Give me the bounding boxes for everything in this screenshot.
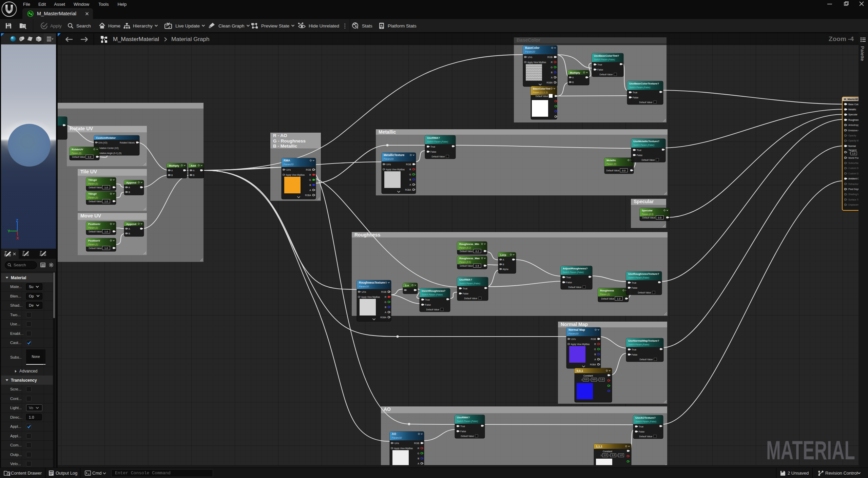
svg-text:0,0,1: 0,0,1	[577, 369, 583, 372]
svg-text:UseNormalMapTexture?: UseNormalMapTexture?	[628, 339, 659, 342]
svg-text:Default Value: Default Value	[89, 247, 102, 249]
svg-text:B: B	[551, 71, 553, 74]
svg-text:Param2D: Param2D	[392, 437, 402, 439]
svg-text:RGBA: RGBA	[380, 316, 387, 319]
svg-text:R: R	[309, 174, 311, 176]
svg-text:RGB: RGB	[381, 291, 387, 293]
svg-text:A: A	[503, 259, 504, 261]
svg-text:RGB: RGB	[547, 56, 553, 58]
svg-text:False: False	[430, 151, 436, 153]
svg-text:Constant: Constant	[583, 375, 593, 377]
svg-text:Pixel Depth Off: Pixel Depth Off	[848, 188, 859, 191]
svg-text:True: True	[637, 149, 641, 151]
svg-text:Switch Param (False): Switch Param (False)	[563, 271, 584, 274]
svg-text:M_MasterM: M_MasterM	[844, 98, 858, 101]
svg-text:RGBA: RGBA	[590, 363, 596, 366]
svg-text:Ambient Occlus: Ambient Occlus	[848, 177, 859, 180]
svg-text:Y: Y	[7, 229, 10, 233]
svg-text:UVs: UVs	[362, 291, 366, 293]
svg-text:1.0: 1.0	[617, 297, 620, 300]
svg-text:Apply View MipBias: Apply View MipBias	[394, 447, 413, 450]
svg-text:Specular: Specular	[634, 199, 654, 204]
svg-text:Param (0.5): Param (0.5)	[459, 261, 471, 264]
svg-text:X: X	[581, 379, 583, 381]
svg-text:TilingV: TilingV	[88, 192, 97, 195]
svg-text:1.0: 1.0	[603, 454, 607, 456]
svg-text:1.0: 1.0	[104, 186, 108, 189]
svg-text:R: R	[594, 343, 596, 345]
svg-text:Anisotropy: Anisotropy	[848, 124, 859, 127]
svg-text:R: R	[409, 168, 411, 171]
svg-text:A: A	[418, 462, 419, 465]
svg-text:UseMetallicTexture?: UseMetallicTexture?	[633, 140, 659, 143]
svg-text:Switch Param (False): Switch Param (False)	[594, 58, 615, 61]
svg-text:A: A	[309, 189, 311, 191]
svg-text:Default Value: Default Value	[464, 297, 477, 300]
svg-text:Default Value: Default Value	[89, 230, 102, 233]
svg-text:A: A	[594, 358, 596, 361]
svg-text:0.0: 0.0	[88, 155, 91, 158]
svg-text:Param (0.2): Param (0.2)	[459, 247, 471, 249]
svg-text:G: G	[409, 173, 411, 176]
svg-text:Param2D: Param2D	[525, 51, 535, 53]
svg-text:Default Value: Default Value	[72, 156, 85, 158]
svg-text:Default Value: Default Value	[641, 159, 655, 161]
svg-text:Apply View MipBias: Apply View MipBias	[571, 343, 590, 346]
svg-text:Switch Param (False): Switch Param (False)	[457, 420, 478, 423]
svg-text:G: G	[594, 348, 596, 350]
svg-text:False: False	[639, 431, 644, 433]
svg-text:Switch Param (False): Switch Param (False)	[635, 420, 656, 423]
svg-text:AO: AO	[384, 406, 391, 412]
svg-text:Metallic: Metallic	[606, 159, 616, 162]
svg-text:Metallic: Metallic	[848, 108, 856, 111]
svg-text:True: True	[639, 425, 643, 428]
svg-text:RGBA: RGBA	[305, 194, 311, 196]
svg-text:0.0: 0.0	[592, 378, 596, 381]
svg-text:False: False	[637, 154, 642, 156]
svg-text:Default Value: Default Value	[460, 250, 473, 252]
svg-text:Shading Model: Shading Model	[848, 193, 859, 196]
svg-text:Param2D: Param2D	[568, 332, 579, 335]
svg-text:G: G	[551, 66, 553, 69]
svg-text:RGBA: RGBA	[546, 81, 553, 84]
svg-text:Param (1): Param (1)	[88, 196, 98, 199]
svg-text:Base Color: Base Color	[848, 103, 859, 106]
svg-text:Rotated Values: Rotated Values	[120, 141, 135, 144]
svg-text:B: B	[309, 184, 311, 186]
svg-text:RGB: RGB	[591, 338, 596, 340]
svg-text:B: B	[129, 191, 130, 193]
svg-text:World Position: World Position	[848, 157, 859, 159]
svg-text:1-x: 1-x	[405, 284, 409, 287]
svg-text:UseBaseColorTexture?: UseBaseColorTexture?	[629, 82, 659, 85]
svg-text:B: B	[385, 306, 386, 308]
svg-text:Rotate UV: Rotate UV	[70, 126, 93, 131]
svg-text:Switch Param (False): Switch Param (False)	[628, 343, 649, 346]
svg-text:Switch Param (False): Switch Param (False)	[422, 293, 443, 296]
svg-text:Z: Z	[617, 454, 618, 457]
svg-text:Custom Data 1: Custom Data 1	[848, 172, 859, 175]
svg-text:Param (1): Param (1)	[88, 183, 98, 185]
svg-text:0.0: 0.0	[622, 169, 625, 172]
svg-text:A: A	[193, 169, 195, 172]
svg-text:UVs: UVs	[386, 163, 391, 166]
svg-text:R: R	[551, 61, 553, 63]
svg-text:X: X	[600, 454, 602, 457]
svg-text:Default Value: Default Value	[536, 95, 548, 97]
svg-text:Alpha: Alpha	[503, 268, 508, 271]
svg-text:0.5: 0.5	[476, 264, 479, 267]
svg-text:Tangent: Tangent	[848, 149, 856, 152]
svg-text:True: True	[460, 425, 465, 427]
svg-text:Param2D: Param2D	[359, 285, 369, 288]
svg-text:Specular: Specular	[848, 113, 858, 116]
svg-text:Y: Y	[589, 379, 591, 381]
svg-text:RGB: RGB	[414, 442, 420, 444]
svg-text:Default Value: Default Value	[460, 265, 473, 267]
svg-text:B: B	[503, 263, 504, 266]
svg-text:True: True	[632, 348, 636, 351]
svg-text:Param (0): Param (0)	[72, 152, 81, 155]
svg-text:UseRMA?: UseRMA?	[459, 278, 472, 281]
svg-text:Default Value: Default Value	[89, 200, 102, 203]
svg-text:InvertRoughness?: InvertRoughness?	[422, 289, 445, 292]
svg-text:UseRMA?: UseRMA?	[457, 416, 470, 419]
svg-text:Default Value: Default Value	[599, 73, 613, 76]
